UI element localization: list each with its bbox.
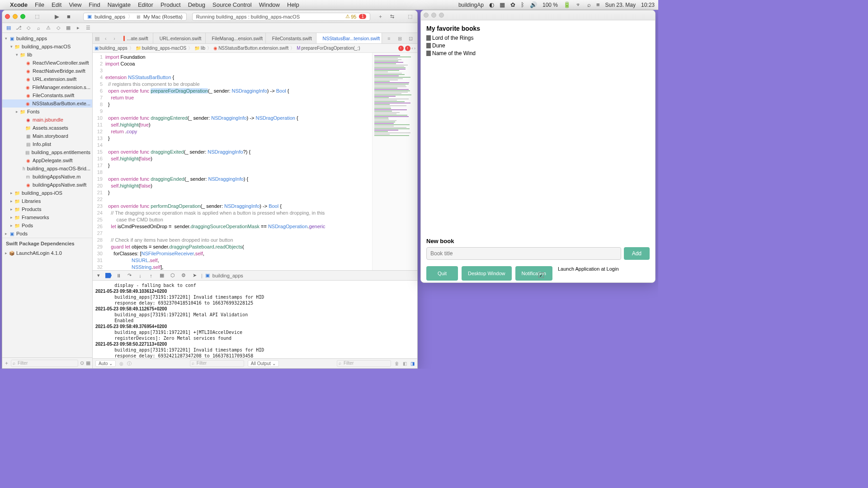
search-icon[interactable]: ⌕	[587, 1, 591, 8]
quicklook-icon[interactable]: ◎	[119, 361, 123, 366]
inline-errors[interactable]: ! ! ‹ ›	[398, 46, 416, 51]
run-button[interactable]: ▶	[52, 13, 61, 21]
editor-tab[interactable]: FileManag...ension.swift	[206, 33, 266, 43]
warnings-badge[interactable]: ⚠ 95	[345, 14, 356, 19]
menu-help[interactable]: Help	[287, 1, 299, 8]
tree-file-selected[interactable]: ◉NSStatusBarButton.exte...	[2, 99, 92, 108]
breakpoints-icon[interactable]	[105, 273, 112, 278]
zoom-button[interactable]	[20, 14, 25, 19]
navigator-filter[interactable]: Filter	[11, 360, 78, 367]
auto-selector[interactable]: Auto ⌄	[95, 360, 116, 367]
step-in-icon[interactable]: ↓	[136, 272, 144, 279]
tree-folder[interactable]: ▸📁Fonts	[2, 108, 92, 116]
quit-button[interactable]: Quit	[426, 266, 458, 281]
variables-filter[interactable]: Filter	[190, 360, 244, 367]
tree-folder[interactable]: ▸▣Pods	[2, 230, 92, 238]
errors-badge[interactable]: 1	[359, 14, 366, 19]
tree-folder[interactable]: ▸📁building_apps-iOS	[2, 189, 92, 197]
menubar-user[interactable]: buildingAp	[458, 2, 484, 8]
scm-icon[interactable]: ▦	[86, 360, 90, 366]
forward-icon[interactable]: ›	[110, 33, 118, 43]
source-control-nav-icon[interactable]: ⎇	[14, 24, 23, 32]
desktop-window-button[interactable]: Desktop Window	[462, 266, 512, 281]
editor-tab-active[interactable]: NSStatusBar...tension.swift	[316, 33, 382, 43]
tree-folder-lib[interactable]: ▾📁lib	[2, 51, 92, 59]
tree-file[interactable]: ◉FileConstants.swift	[2, 91, 92, 99]
tree-folder[interactable]: ▸📁Pods	[2, 221, 92, 230]
debug-nav-icon[interactable]: ▦	[64, 24, 73, 32]
memory-graph-icon[interactable]: ⬡	[169, 272, 177, 279]
menu-source-control[interactable]: Source Control	[212, 1, 252, 8]
add-icon[interactable]: ＋	[4, 360, 9, 366]
step-over-icon[interactable]: ↷	[125, 272, 133, 279]
tree-folder[interactable]: ▾📁building_apps-macOS	[2, 42, 92, 51]
tree-file[interactable]: 📁Assets.xcassets	[2, 124, 92, 132]
split-right-icon[interactable]: ◨	[410, 361, 415, 366]
notification-button[interactable]: Notification	[515, 266, 552, 281]
tree-file[interactable]: ◉ReactViewController.swift	[2, 59, 92, 67]
editor-tab[interactable]: ...ate.swift	[119, 33, 153, 43]
split-left-icon[interactable]: ◧	[403, 361, 407, 366]
breakpoint-nav-icon[interactable]: ▸	[74, 24, 83, 32]
recent-icon[interactable]: ⊙	[80, 360, 84, 366]
editor-tab[interactable]: URL.extension.swift	[153, 33, 206, 43]
zoom-button[interactable]	[439, 13, 444, 18]
menu-editor[interactable]: Editor	[138, 1, 153, 8]
launch-checkbox[interactable]: ✓	[538, 272, 544, 278]
inspector-toggle-icon[interactable]: ⬚	[406, 13, 415, 21]
tree-file[interactable]: ◉main.jsbundle	[2, 116, 92, 124]
status-icon-1[interactable]: ▦	[500, 1, 505, 8]
wifi-icon[interactable]: ᯤ	[576, 1, 582, 8]
back-icon[interactable]: ‹	[101, 33, 110, 43]
hide-debug-icon[interactable]: ▾	[94, 272, 103, 279]
tree-folder[interactable]: ▸📁Products	[2, 205, 92, 213]
menubar-time[interactable]: 10:23	[641, 2, 655, 8]
tree-package[interactable]: ▸📦LaunchAtLogin 4.1.0	[2, 249, 92, 257]
trash-icon[interactable]: 🗑	[395, 361, 399, 366]
related-items-icon[interactable]: ▤	[93, 33, 101, 43]
tree-file[interactable]: ▤Info.plist	[2, 140, 92, 148]
info-icon[interactable]: ⓘ	[127, 361, 132, 367]
menu-debug[interactable]: Debug	[188, 1, 205, 8]
symbol-nav-icon[interactable]: ◇	[24, 24, 33, 32]
minimap[interactable]	[372, 53, 417, 270]
tree-file[interactable]: hbuilding_apps-macOS-Brid...	[2, 164, 92, 173]
control-center-icon[interactable]: ≡	[596, 1, 600, 8]
tree-file[interactable]: ◉buildingAppsNative.swift	[2, 181, 92, 189]
book-title-input[interactable]	[426, 247, 621, 260]
menu-window[interactable]: Window	[259, 1, 280, 8]
add-icon[interactable]: ＋	[376, 13, 385, 21]
menubar-app[interactable]: Xcode	[10, 1, 28, 8]
minimize-button[interactable]	[431, 13, 436, 18]
minimize-button[interactable]	[13, 14, 18, 19]
status-icon-2[interactable]: ✿	[510, 1, 515, 8]
tree-file[interactable]: ◉FileManager.extension.s...	[2, 83, 92, 91]
project-nav-icon[interactable]: ▤	[4, 24, 13, 32]
tree-file[interactable]: ◉URL.extension.swift	[2, 75, 92, 83]
menu-view[interactable]: View	[69, 1, 81, 8]
book-row[interactable]: Dune	[426, 42, 650, 49]
tree-file[interactable]: ▦Main.storyboard	[2, 132, 92, 140]
location-icon[interactable]: ➤	[190, 272, 198, 279]
step-out-icon[interactable]: ↑	[147, 272, 155, 279]
test-nav-icon[interactable]: ◇	[54, 24, 63, 32]
battery-icon[interactable]: 🔋	[563, 1, 571, 8]
console-output[interactable]: display - falling back to conf 2021-05-2…	[93, 281, 417, 358]
console-filter[interactable]: Filter	[337, 360, 391, 367]
scheme-selector[interactable]: ▣ building_apps 〉 🖥 My Mac (Rosetta)	[83, 13, 187, 21]
launch-at-login-row[interactable]: Launch Application at Login	[558, 266, 619, 272]
tree-file[interactable]: ◉AppDelegate.swift	[2, 156, 92, 164]
volume-icon[interactable]: 🔊	[530, 1, 537, 8]
tree-root[interactable]: ▾▣building_apps	[2, 34, 92, 42]
pause-icon[interactable]: ⏸	[114, 272, 123, 279]
menu-edit[interactable]: Edit	[52, 1, 61, 8]
book-row[interactable]: Lord of the Rings	[426, 35, 650, 41]
tree-file[interactable]: ▤building_apps.entitlements	[2, 148, 92, 156]
report-nav-icon[interactable]: ☰	[84, 24, 93, 32]
tree-folder[interactable]: ▸📁Frameworks	[2, 213, 92, 221]
tree-file[interactable]: ◉ReactNativeBridge.swift	[2, 67, 92, 75]
find-nav-icon[interactable]: ⌕	[34, 24, 43, 32]
menu-product[interactable]: Product	[160, 1, 181, 8]
tree-folder[interactable]: ▸📁Libraries	[2, 197, 92, 205]
add-button[interactable]: Add	[624, 247, 650, 260]
